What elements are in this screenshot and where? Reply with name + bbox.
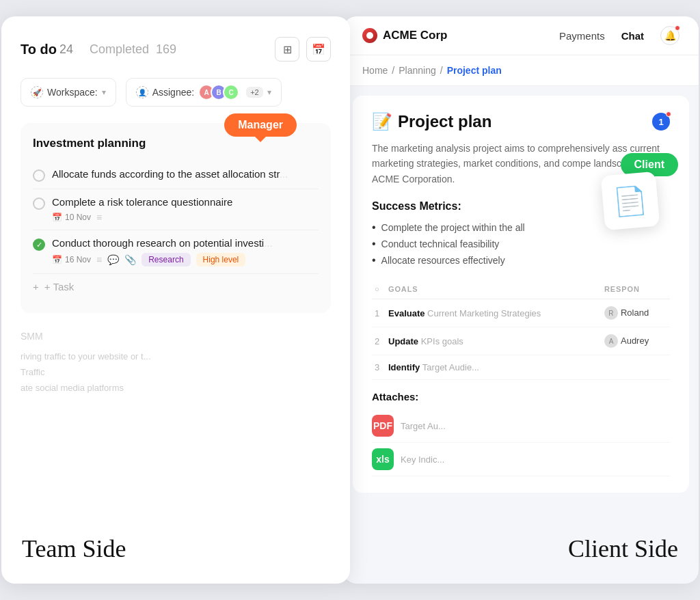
task-checkbox-1[interactable]	[33, 169, 45, 182]
breadcrumb-home[interactable]: Home	[362, 65, 388, 76]
person-icon: 👤	[136, 86, 148, 98]
goal-row-2: 2 Update KPIs goals AAudrey	[372, 327, 670, 355]
chevron-down-icon: ▾	[102, 87, 106, 97]
main-container: To do 24 Completed 169 ⊞ 📅 🚀 Workspace: …	[1, 16, 699, 584]
attaches-title: Attaches:	[372, 391, 670, 403]
breadcrumb-sep-1: /	[392, 65, 394, 76]
calendar-icon-3: 📅	[52, 255, 62, 264]
brand-logo	[362, 28, 377, 43]
manager-badge: Manager	[224, 113, 297, 137]
goal-row-1: 1 Evaluate Current Marketing Strategies …	[372, 299, 670, 327]
attaches-section: Attaches: PDF Target Au... xls Key Indic…	[372, 391, 670, 476]
goal-row-3: 3 Identify Target Audie...	[372, 355, 670, 380]
header-icons: ⊞ 📅	[275, 37, 331, 62]
client-navbar: ACME Corp Payments Chat 🔔	[343, 16, 699, 55]
task-meta-2: 📅 10 Nov ≡	[52, 212, 232, 223]
team-side: To do 24 Completed 169 ⊞ 📅 🚀 Workspace: …	[1, 16, 350, 584]
col-responsible: RESPON	[602, 279, 670, 299]
task-meta-3: 📅 16 Nov ≡ 💬 📎 Research High level	[52, 253, 273, 267]
tab-todo[interactable]: To do	[21, 42, 57, 57]
fade-line-3: ate social media platforms	[21, 380, 331, 396]
task-text-1: Allocate funds according to the asset al…	[52, 168, 288, 180]
goal-text-2: Update KPIs goals	[386, 327, 602, 355]
nav-chat[interactable]: Chat	[621, 30, 644, 42]
brand: ACME Corp	[362, 28, 447, 43]
project-emoji: 📝	[372, 112, 392, 131]
notification-badge-dot	[666, 111, 671, 117]
metric-item-2: Conduct technical feasibility	[372, 236, 670, 252]
add-task-label: + Task	[44, 281, 75, 292]
plus-icon: +	[33, 281, 39, 292]
col-circle: ○	[372, 279, 386, 299]
task-date-3: 📅 16 Nov	[52, 255, 91, 264]
investment-planning-section: Manager Investment planning Allocate fun…	[21, 123, 331, 313]
calendar-view-button[interactable]: 📅	[306, 37, 331, 62]
goal-resp-1: RRoland	[602, 299, 670, 327]
grid-view-button[interactable]: ⊞	[275, 37, 299, 62]
comment-icon-3: 💬	[107, 254, 119, 265]
menu-icon-3: ≡	[96, 254, 102, 265]
task-text-3: Conduct thorough research on potential i…	[52, 237, 273, 249]
xls-icon: xls	[372, 448, 394, 470]
goal-num-3: 3	[372, 355, 386, 380]
tab-todo-count: 24	[59, 42, 73, 57]
attach-name-1: Target Au...	[401, 421, 446, 431]
goals-table: ○ GOALS RESPON 1 Evaluate Current Market…	[372, 279, 670, 380]
brand-dot-inner	[366, 32, 373, 39]
smm-section: SMM	[21, 324, 331, 349]
pdf-icon: PDF	[372, 415, 394, 437]
tag-high-level[interactable]: High level	[196, 253, 246, 267]
attach-item-1[interactable]: PDF Target Au...	[372, 409, 670, 443]
goal-text-1: Evaluate Current Marketing Strategies	[386, 299, 602, 327]
add-task-button[interactable]: + + Task	[33, 274, 319, 299]
task-content-3: Conduct thorough research on potential i…	[52, 237, 273, 267]
metric-item-3: Allocate resources effectively	[372, 252, 670, 269]
goal-resp-3	[602, 355, 670, 380]
workspace-icon: 🚀	[31, 86, 43, 98]
menu-icon-2: ≡	[96, 212, 102, 223]
attach-name-2: Key Indic...	[401, 454, 444, 465]
client-side-label: Client Side	[568, 534, 678, 563]
notification-bell-button[interactable]: 🔔	[660, 26, 679, 45]
nav-links: Payments Chat 🔔	[559, 26, 679, 45]
project-title: 📝 Project plan	[372, 112, 492, 131]
task-content-2: Complete a risk tolerance questionnaire …	[52, 196, 232, 223]
assignee-filter[interactable]: 👤 Assignee: A B C +2 ▾	[126, 78, 282, 107]
task-item[interactable]: Allocate funds according to the asset al…	[33, 161, 319, 189]
task-text-2: Complete a risk tolerance questionnaire	[52, 196, 232, 208]
workspace-label: Workspace:	[47, 87, 98, 98]
brand-name: ACME Corp	[383, 29, 447, 42]
breadcrumb-planning[interactable]: Planning	[399, 65, 436, 76]
section-title: Investment planning	[33, 137, 319, 150]
goal-resp-2: AAudrey	[602, 327, 670, 355]
task-checkbox-2[interactable]	[33, 197, 45, 210]
chevron-down-icon-2: ▾	[267, 87, 271, 97]
breadcrumb-sep-2: /	[440, 65, 443, 76]
task-item-2[interactable]: Complete a risk tolerance questionnaire …	[33, 189, 319, 230]
task-checkbox-3[interactable]: ✓	[33, 238, 45, 251]
pdf-floating-icon: 📄	[601, 172, 660, 231]
filters: 🚀 Workspace: ▾ 👤 Assignee: A B C +2 ▾	[21, 78, 331, 107]
fade-line-2: Traffic	[21, 364, 331, 380]
team-side-label: Team Side	[22, 534, 126, 563]
goal-num-1: 1	[372, 299, 386, 327]
tab-completed[interactable]: Completed 169	[90, 42, 176, 57]
fade-line-1: riving traffic to your website or t...	[21, 349, 331, 364]
col-goals: GOALS	[386, 279, 602, 299]
task-date-2: 📅 10 Nov	[52, 213, 91, 222]
assignee-label: Assignee:	[152, 87, 194, 98]
tag-research[interactable]: Research	[142, 253, 190, 267]
nav-payments[interactable]: Payments	[559, 30, 605, 42]
notification-badge[interactable]: 1	[652, 113, 670, 131]
assignee-avatars: A B C	[198, 84, 239, 100]
calendar-icon-2: 📅	[52, 213, 62, 222]
header-tabs: To do 24 Completed 169 ⊞ 📅	[21, 37, 331, 62]
attach-icon-3: 📎	[124, 254, 136, 265]
task-content-1: Allocate funds according to the asset al…	[52, 168, 288, 180]
attach-item-2[interactable]: xls Key Indic...	[372, 443, 670, 476]
workspace-filter[interactable]: 🚀 Workspace: ▾	[21, 78, 116, 107]
notification-dot	[675, 25, 680, 31]
avatar-3: C	[223, 84, 239, 100]
goal-num-2: 2	[372, 327, 386, 355]
task-item-3[interactable]: ✓ Conduct thorough research on potential…	[33, 230, 319, 274]
